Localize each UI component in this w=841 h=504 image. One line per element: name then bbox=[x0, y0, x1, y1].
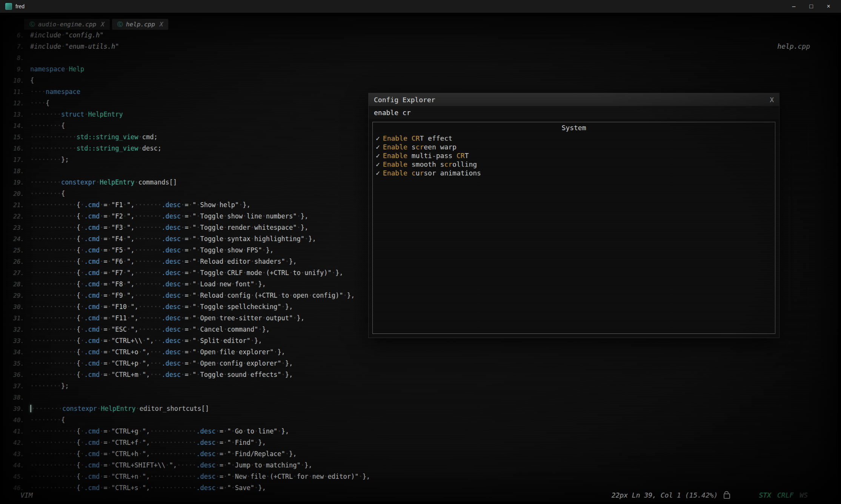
line-number: 17. bbox=[3, 154, 24, 166]
code-line-text: ············{·.cmd·=·"F9·",·······.desc·… bbox=[30, 292, 355, 299]
line-number: 27. bbox=[3, 267, 24, 279]
config-item[interactable]: ✓Enable multi-pass CRT bbox=[373, 151, 775, 160]
checkbox-checked-icon[interactable]: ✓ bbox=[376, 160, 380, 168]
code-line[interactable]: 38. bbox=[3, 392, 838, 403]
line-number: 45. bbox=[3, 471, 24, 482]
line-number: 29. bbox=[3, 290, 24, 301]
code-line-text: ········}; bbox=[30, 156, 69, 163]
line-number: 16. bbox=[3, 143, 24, 154]
dialog-close-button[interactable]: X bbox=[770, 96, 774, 104]
code-line-text: ········}; bbox=[30, 382, 69, 390]
tab-help-cpp[interactable]: Ⓒ help.cpp X bbox=[112, 19, 169, 30]
lock-icon bbox=[724, 493, 730, 499]
line-number: 25. bbox=[3, 245, 24, 256]
code-line-text: #include·"config.h" bbox=[30, 31, 104, 39]
minimize-button[interactable]: – bbox=[785, 0, 803, 13]
match-highlight: r bbox=[420, 169, 424, 177]
match-highlight: Enable bbox=[383, 152, 412, 160]
item-label-text: T effect bbox=[420, 134, 452, 142]
item-label-text: een warp bbox=[424, 143, 457, 151]
item-label-text: olling bbox=[452, 160, 477, 168]
status-flag-ws[interactable]: WS bbox=[799, 491, 808, 499]
cpp-file-icon: Ⓒ bbox=[29, 21, 35, 28]
status-flag-stx[interactable]: STX bbox=[759, 491, 771, 499]
line-number: 42. bbox=[3, 437, 24, 449]
line-number: 6. bbox=[3, 30, 24, 41]
code-line-text: ············{·.cmd·=·"CTRL+SHIFT+\\·",··… bbox=[30, 461, 312, 469]
code-line[interactable]: 10.{ bbox=[3, 75, 838, 86]
checkbox-checked-icon[interactable]: ✓ bbox=[376, 152, 380, 160]
tab-close-button[interactable]: X bbox=[101, 21, 105, 28]
code-line-text: ············{·.cmd·=·"CTRL+\\·",··.desc·… bbox=[30, 337, 262, 344]
line-number: 21. bbox=[3, 200, 24, 211]
code-line[interactable]: 41.············{·.cmd·=·"CTRL+g·",······… bbox=[3, 426, 838, 437]
code-line[interactable]: 7.#include·"enum-utils.h" bbox=[3, 41, 838, 52]
item-label-text: multi-pass bbox=[412, 152, 457, 160]
config-items: ✓Enable CRT effect✓Enable screen warp✓En… bbox=[373, 134, 775, 177]
code-line[interactable]: 44.············{·.cmd·=·"CTRL+SHIFT+\\·"… bbox=[3, 459, 838, 471]
code-line-text: ············{·.cmd·=·"F3·",·······.desc·… bbox=[30, 224, 308, 231]
code-line-text: ············{·.cmd·=·"CTRL+f·",·········… bbox=[30, 439, 266, 446]
app-window: fred – □ × Ⓒ audio-engine.cpp X Ⓒ help.c… bbox=[0, 0, 841, 504]
code-line[interactable]: 42.············{·.cmd·=·"CTRL+f·",······… bbox=[3, 437, 838, 448]
tab-bar: Ⓒ audio-engine.cpp X Ⓒ help.cpp X bbox=[24, 19, 168, 30]
titlebar: fred – □ × bbox=[0, 0, 841, 13]
code-line-text: ········{ bbox=[30, 122, 65, 129]
line-number: 40. bbox=[3, 415, 24, 426]
code-line-text: { bbox=[30, 77, 34, 84]
tab-label: audio-engine.cpp bbox=[38, 21, 96, 28]
tab-close-button[interactable]: X bbox=[160, 21, 163, 28]
line-number: 9. bbox=[3, 64, 24, 75]
app-icon bbox=[5, 3, 12, 10]
tab-label: help.cpp bbox=[126, 21, 155, 28]
line-number: 22. bbox=[3, 211, 24, 222]
code-line[interactable]: 39.········constexpr·HelpEntry·editor_sh… bbox=[3, 403, 838, 414]
line-number: 33. bbox=[3, 335, 24, 347]
status-flag-crlf[interactable]: CRLF bbox=[777, 491, 793, 499]
editor-mode-indicator: VIM bbox=[20, 491, 33, 499]
code-line[interactable]: 37.········}; bbox=[3, 380, 838, 392]
code-line[interactable]: 45.············{·.cmd·=·"CTRL+n·",······… bbox=[3, 471, 838, 482]
code-line-text: ············{·.cmd·=·"CTRL+h·",·········… bbox=[30, 450, 297, 458]
code-line[interactable]: 36.············{·.cmd·=·"CTRL+m·",···.de… bbox=[3, 369, 838, 380]
line-number: 11. bbox=[3, 86, 24, 98]
line-number: 41. bbox=[3, 426, 24, 437]
checkbox-checked-icon[interactable]: ✓ bbox=[376, 143, 380, 151]
config-item[interactable]: ✓Enable screen warp bbox=[373, 143, 775, 151]
section-header: System bbox=[373, 124, 775, 132]
code-line[interactable]: 6.#include·"config.h" bbox=[3, 29, 838, 41]
maximize-button[interactable]: □ bbox=[803, 0, 820, 13]
code-line[interactable]: 8. bbox=[3, 52, 838, 63]
checkbox-checked-icon[interactable]: ✓ bbox=[376, 169, 380, 177]
match-highlight: Enable bbox=[383, 160, 412, 168]
line-number: 20. bbox=[3, 188, 24, 200]
code-line-text: ········constexpr·HelpEntry·editor_short… bbox=[30, 405, 209, 412]
config-search-input[interactable]: enable cr bbox=[369, 106, 779, 119]
close-button[interactable]: × bbox=[820, 0, 837, 13]
checkbox-checked-icon[interactable]: ✓ bbox=[376, 134, 380, 142]
code-line-text: ············{·.cmd·=·"CTRL+o·",···.desc·… bbox=[30, 348, 285, 356]
status-flags: STX CRLF WS bbox=[759, 491, 808, 499]
code-line[interactable]: 35.············{·.cmd·=·"CTRL+p·",···.de… bbox=[3, 358, 838, 369]
code-line-text: ············{·.cmd·=·"F5·",·······.desc·… bbox=[30, 246, 274, 254]
match-highlight: cr bbox=[416, 143, 424, 151]
tab-audio-engine-cpp[interactable]: Ⓒ audio-engine.cpp X bbox=[24, 19, 110, 30]
match-highlight: cr bbox=[444, 160, 452, 168]
code-line[interactable]: 40.········{ bbox=[3, 414, 838, 426]
config-item[interactable]: ✓Enable smooth scrolling bbox=[373, 160, 775, 169]
code-line[interactable]: 34.············{·.cmd·=·"CTRL+o·",···.de… bbox=[3, 346, 838, 358]
line-number: 43. bbox=[3, 449, 24, 460]
line-number: 30. bbox=[3, 301, 24, 313]
code-line[interactable]: 43.············{·.cmd·=·"CTRL+h·",······… bbox=[3, 448, 838, 459]
config-item[interactable]: ✓Enable CRT effect bbox=[373, 134, 775, 143]
code-line[interactable]: 9.namespace·Help bbox=[3, 63, 838, 75]
code-line-text: namespace·Help bbox=[30, 65, 84, 73]
config-item[interactable]: ✓Enable cursor animations bbox=[373, 169, 775, 177]
editor-viewport: Ⓒ audio-engine.cpp X Ⓒ help.cpp X help.c… bbox=[3, 16, 838, 502]
line-number: 31. bbox=[3, 313, 24, 324]
cursor-position-info: 22px Ln 39, Col 1 (15.42%) bbox=[612, 491, 718, 499]
code-line-text: #include·"enum-utils.h" bbox=[30, 43, 119, 50]
dialog-titlebar[interactable]: Config Explorer X bbox=[369, 93, 779, 106]
match-highlight: Enable bbox=[383, 143, 412, 151]
dialog-title: Config Explorer bbox=[374, 96, 435, 104]
